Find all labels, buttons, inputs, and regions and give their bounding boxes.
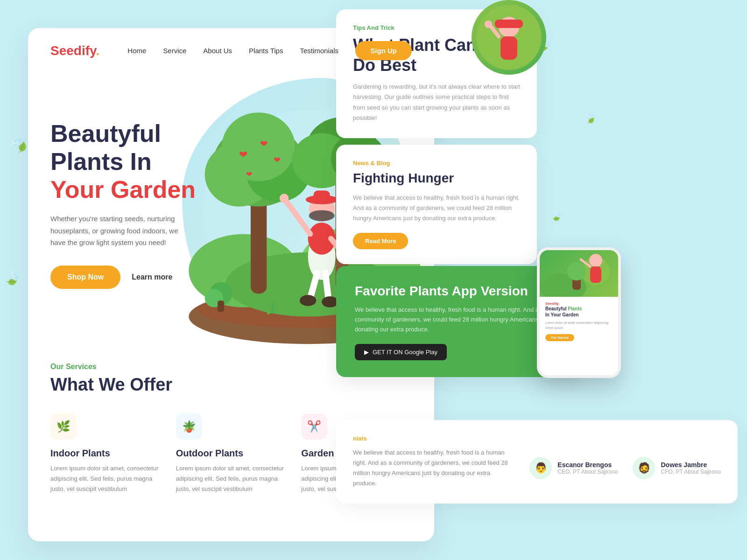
app-card: Favorite Plants App Version We believe t… bbox=[336, 266, 584, 377]
hero-title-line1: Beautyful bbox=[50, 120, 161, 147]
nav-item-home[interactable]: Home bbox=[127, 47, 146, 55]
testimonial-persons: 👨 Escanor Brengos CEO, PT About Sajirono… bbox=[529, 448, 721, 489]
learn-more-button[interactable]: Learn more bbox=[132, 273, 172, 281]
logo-dot: . bbox=[96, 43, 100, 58]
nav-link-home[interactable]: Home bbox=[127, 47, 146, 55]
service-card-indoor: 🌿 Indoor Plants Lorem ipsum dolor sit am… bbox=[50, 413, 161, 494]
nav-item-about[interactable]: About Us bbox=[203, 47, 232, 55]
garden-care-icon: ✂️ bbox=[301, 413, 327, 440]
person-1-avatar: 👨 bbox=[529, 457, 552, 479]
right-panel: Tips And Trick What Plant Can Do Best Ga… bbox=[336, 0, 747, 560]
phone-title: Beautyful PlantsIn Your Garden bbox=[545, 306, 613, 318]
play-icon: ▶ bbox=[364, 349, 369, 356]
tips-description: Gardening is rewarding, but it's not alw… bbox=[353, 82, 520, 123]
indoor-plants-title: Indoor Plants bbox=[50, 448, 161, 459]
indoor-plants-desc: Lorem ipsum dolor sit amet, consectetur … bbox=[50, 463, 161, 494]
google-play-label: GET IT ON Google Play bbox=[373, 349, 437, 356]
svg-point-10 bbox=[222, 112, 295, 181]
nav-item-tips[interactable]: Plants Tips bbox=[249, 47, 283, 55]
person-1: 👨 Escanor Brengos CEO, PT About Sajirono bbox=[529, 457, 618, 479]
news-label: News & Blog bbox=[353, 160, 520, 167]
person-1-role: CEO, PT About Sajirono bbox=[557, 469, 618, 475]
outdoor-plants-icon: 🪴 bbox=[176, 413, 202, 440]
person-2-avatar: 🧔 bbox=[633, 457, 655, 479]
news-card: News & Blog Fighting Hunger We believe t… bbox=[336, 145, 537, 264]
read-more-button[interactable]: Read More bbox=[353, 233, 408, 249]
news-title: Fighting Hunger bbox=[353, 170, 520, 186]
person-2-name: Dowes Jambre bbox=[661, 461, 721, 469]
testimonials-card: nials We believe that access to healthy,… bbox=[336, 420, 738, 504]
nav-link-about[interactable]: About Us bbox=[203, 47, 232, 55]
svg-point-26 bbox=[280, 194, 289, 203]
person-2-role: CFO, PT About Sajirono bbox=[661, 469, 721, 475]
svg-rect-42 bbox=[267, 301, 270, 314]
hero-title: Beautyful Plants In Your Garden bbox=[50, 120, 218, 203]
nav-link-tips[interactable]: Plants Tips bbox=[249, 47, 283, 55]
nav-item-testimonials[interactable]: Testimonials bbox=[300, 47, 338, 55]
svg-rect-48 bbox=[495, 20, 523, 28]
svg-text:❤: ❤ bbox=[274, 155, 281, 165]
indoor-plants-icon: 🌿 bbox=[50, 413, 77, 440]
svg-point-57 bbox=[567, 262, 586, 280]
svg-rect-6 bbox=[251, 193, 267, 294]
news-description: We believe that access to healthy, fresh… bbox=[353, 193, 520, 224]
phone-top-image bbox=[540, 250, 618, 297]
phone-mockup: Seedify. Beautyful PlantsIn Your Garden … bbox=[537, 247, 621, 378]
svg-rect-47 bbox=[500, 36, 517, 60]
app-description: We believe that access to healthy, fresh… bbox=[355, 305, 565, 334]
decorative-leaf-2: 🍃 bbox=[2, 268, 23, 288]
person-2: 🧔 Dowes Jambre CFO, PT About Sajirono bbox=[633, 457, 721, 479]
logo-text: Seedify bbox=[50, 43, 96, 58]
phone-content: Seedify. Beautyful PlantsIn Your Garden … bbox=[540, 297, 618, 346]
outdoor-plants-desc: Lorem ipsum dolor sit amet, consectetur … bbox=[176, 463, 287, 494]
svg-rect-43 bbox=[271, 302, 274, 314]
svg-line-31 bbox=[325, 273, 329, 301]
svg-point-32 bbox=[300, 295, 316, 306]
service-card-outdoor: 🪴 Outdoor Plants Lorem ipsum dolor sit a… bbox=[176, 413, 287, 494]
signup-button[interactable]: Sign Up bbox=[355, 41, 412, 60]
logo: Seedify. bbox=[50, 43, 99, 58]
tips-image bbox=[472, 0, 546, 75]
testimonials-content: We believe that access to healthy, fresh… bbox=[353, 448, 721, 489]
navbar: Seedify. Home Service About Us Plants Ti… bbox=[28, 28, 434, 73]
nav-links: Home Service About Us Plants Tips Testim… bbox=[127, 47, 355, 55]
nav-link-testimonials[interactable]: Testimonials bbox=[300, 47, 338, 55]
phone-brand: Seedify. bbox=[545, 301, 613, 306]
shop-now-button[interactable]: Shop Now bbox=[50, 266, 120, 289]
nav-link-service[interactable]: Service bbox=[163, 47, 186, 55]
person-2-info: Dowes Jambre CFO, PT About Sajirono bbox=[661, 461, 721, 475]
svg-rect-36 bbox=[218, 301, 224, 312]
hero-text: Beautyful Plants In Your Garden Whether … bbox=[50, 83, 218, 289]
person-1-name: Escanor Brengos bbox=[557, 461, 618, 469]
hero-description: Whether you're starting seeds, nurturing… bbox=[50, 213, 190, 249]
google-play-button[interactable]: ▶ GET IT ON Google Play bbox=[355, 344, 447, 360]
svg-rect-23 bbox=[313, 190, 330, 201]
svg-text:❤: ❤ bbox=[246, 170, 252, 178]
hero-title-highlight: Your Garden bbox=[50, 176, 196, 203]
svg-text:❤: ❤ bbox=[260, 139, 268, 149]
svg-point-50 bbox=[485, 21, 492, 28]
svg-rect-53 bbox=[590, 266, 601, 283]
testimonial-text: We believe that access to healthy, fresh… bbox=[353, 448, 511, 489]
person-1-info: Escanor Brengos CEO, PT About Sajirono bbox=[557, 461, 618, 475]
svg-point-52 bbox=[589, 254, 602, 267]
svg-point-24 bbox=[309, 210, 335, 221]
app-title: Favorite Plants App Version bbox=[355, 283, 565, 300]
hero-buttons: Shop Now Learn more bbox=[50, 266, 218, 289]
phone-cta-button[interactable]: Get Started bbox=[545, 334, 574, 341]
svg-text:❤: ❤ bbox=[239, 149, 247, 161]
nav-item-service[interactable]: Service bbox=[163, 47, 186, 55]
outdoor-plants-title: Outdoor Plants bbox=[176, 448, 287, 459]
hero-title-line2: Plants In bbox=[50, 148, 152, 175]
phone-desc: Lorem dolor sit amet consectetur adipisc… bbox=[545, 321, 613, 330]
testimonials-label: nials bbox=[353, 435, 721, 442]
